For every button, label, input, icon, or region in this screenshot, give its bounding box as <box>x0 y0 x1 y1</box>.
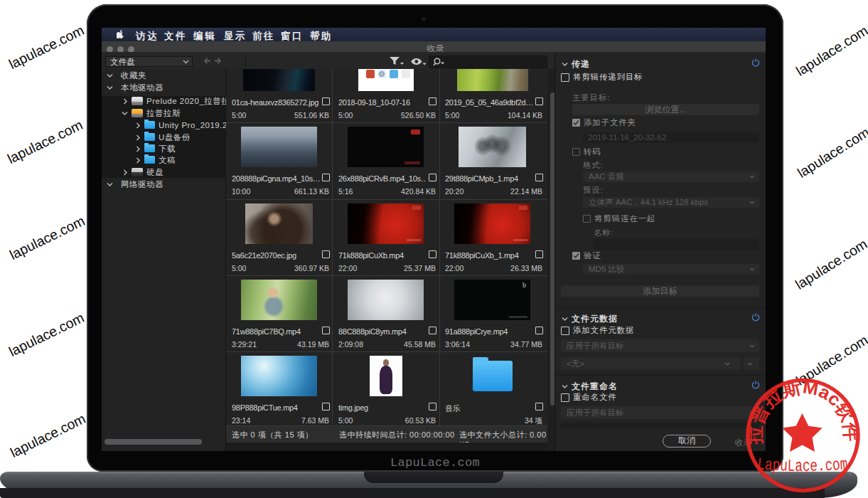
svg-text:LapuLace.com: LapuLace.com <box>756 455 848 476</box>
